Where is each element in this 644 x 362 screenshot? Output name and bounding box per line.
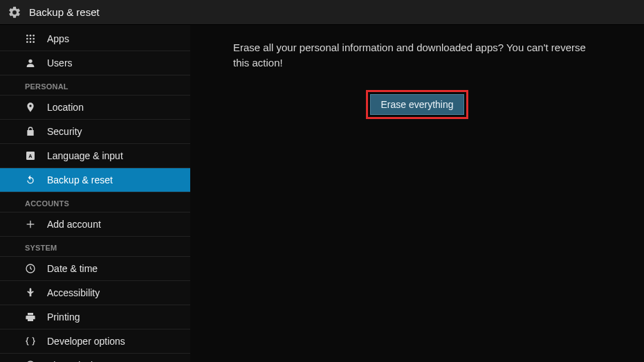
sidebar-item-about-device[interactable]: About device: [0, 353, 190, 362]
erase-everything-button[interactable]: Erase everything: [370, 94, 463, 115]
warning-message: Erase all your personal information and …: [233, 40, 601, 71]
settings-sidebar: Apps Users PERSONAL Location Security A: [0, 25, 190, 362]
svg-point-1: [30, 35, 32, 37]
apps-icon: [25, 33, 40, 44]
sidebar-item-developer-options[interactable]: Developer options: [0, 329, 190, 353]
sidebar-item-language-input[interactable]: A Language & input: [0, 143, 190, 168]
section-label-accounts: ACCOUNTS: [0, 192, 190, 212]
app-header: Backup & reset: [0, 0, 644, 25]
sidebar-item-users[interactable]: Users: [0, 51, 190, 75]
erase-button-container: Erase everything: [233, 90, 601, 119]
sidebar-item-accessibility[interactable]: Accessibility: [0, 280, 190, 305]
sidebar-item-label: Language & input: [40, 150, 123, 161]
sidebar-item-date-time[interactable]: Date & time: [0, 256, 190, 280]
main: Apps Users PERSONAL Location Security A: [0, 25, 644, 362]
highlight-box: Erase everything: [366, 90, 468, 119]
svg-point-8: [33, 41, 35, 43]
restore-icon: [25, 174, 40, 185]
svg-point-2: [33, 35, 35, 37]
sidebar-item-label: Users: [40, 57, 73, 69]
sidebar-item-backup-reset[interactable]: Backup & reset: [0, 168, 190, 192]
svg-point-4: [30, 37, 32, 39]
svg-point-6: [26, 41, 28, 43]
hand-icon: [25, 287, 40, 298]
section-label-personal: PERSONAL: [0, 75, 190, 95]
sidebar-item-label: Backup & reset: [40, 174, 113, 185]
users-icon: [25, 57, 40, 69]
sidebar-item-label: Date & time: [40, 263, 98, 274]
content-pane: Erase all your personal information and …: [190, 25, 644, 362]
sidebar-item-label: Apps: [40, 33, 69, 44]
lock-icon: [25, 126, 40, 137]
location-icon: [25, 102, 40, 113]
printer-icon: [25, 311, 40, 323]
sidebar-item-label: Developer options: [40, 336, 125, 347]
sidebar-item-add-account[interactable]: Add account: [0, 212, 190, 236]
section-label-system: SYSTEM: [0, 236, 190, 256]
sidebar-item-label: Printing: [40, 311, 80, 323]
svg-point-0: [26, 35, 28, 37]
language-icon: A: [25, 150, 40, 161]
svg-point-7: [30, 41, 32, 43]
svg-point-9: [28, 60, 32, 63]
sidebar-item-label: Accessibility: [40, 287, 100, 298]
sidebar-item-printing[interactable]: Printing: [0, 305, 190, 329]
settings-icon: [7, 5, 22, 20]
svg-point-3: [26, 37, 28, 39]
braces-icon: [25, 336, 40, 347]
svg-point-5: [33, 37, 35, 39]
sidebar-item-apps[interactable]: Apps: [0, 26, 190, 51]
svg-text:A: A: [28, 153, 33, 159]
plus-icon: [25, 219, 40, 230]
sidebar-item-security[interactable]: Security: [0, 119, 190, 143]
sidebar-item-label: Security: [40, 126, 82, 137]
sidebar-item-location[interactable]: Location: [0, 95, 190, 119]
clock-icon: [25, 263, 40, 274]
sidebar-item-label: Add account: [40, 219, 101, 230]
header-title: Backup & reset: [29, 6, 100, 18]
sidebar-item-label: Location: [40, 102, 84, 113]
